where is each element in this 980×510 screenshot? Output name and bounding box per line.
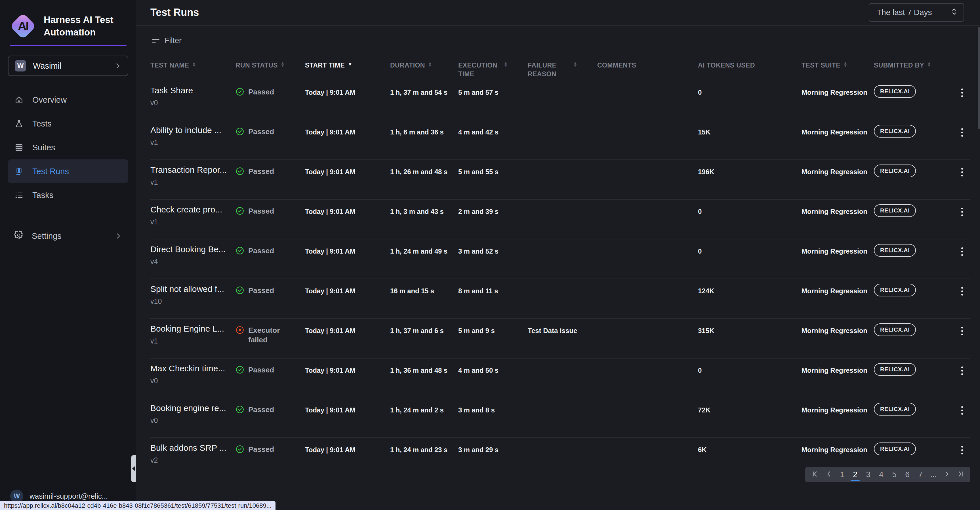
- last-page-icon: [957, 470, 964, 479]
- comments: [597, 120, 698, 128]
- test-suite: Morning Regression: [802, 438, 874, 454]
- run-status: Passed: [248, 127, 274, 137]
- column-header-comments: COMMENTS: [597, 61, 698, 70]
- table-row[interactable]: Direct Booking Be...v4PassedToday | 9:01…: [150, 239, 970, 279]
- test-name[interactable]: Direct Booking Be...: [150, 245, 231, 254]
- settings-label: Settings: [32, 232, 106, 241]
- column-header-test-name[interactable]: TEST NAME▲▼: [150, 61, 235, 70]
- workspace-name: Wasimil: [33, 61, 107, 71]
- first-page-button[interactable]: [809, 468, 821, 481]
- submitted-by-badge: RELICX.AI: [874, 323, 916, 336]
- date-range-value: The last 7 Days: [877, 8, 947, 17]
- ai-tokens-used: 0: [698, 239, 802, 255]
- column-header-execution-time[interactable]: EXECUTION TIME▲▼: [458, 61, 528, 79]
- table-row[interactable]: Max Checkin time...v0PassedToday | 9:01 …: [150, 359, 970, 398]
- user-account[interactable]: W wasimil-support@relic...: [10, 489, 128, 503]
- filter-button[interactable]: Filter: [136, 25, 980, 56]
- duration: 1 h, 3 m and 43 s: [390, 200, 458, 216]
- duration: 16 m and 15 s: [390, 279, 458, 295]
- test-name[interactable]: Booking Engine L...: [150, 324, 231, 334]
- row-actions-kebab-icon[interactable]: [958, 246, 966, 257]
- execution-time: 8 m and 11 s: [458, 279, 528, 295]
- run-status: Passed: [248, 207, 274, 216]
- page-3[interactable]: 3: [862, 468, 874, 481]
- sort-arrows-icon: ▲▼: [281, 62, 285, 67]
- status-passed-icon: [235, 127, 244, 137]
- sidebar-item-tests[interactable]: Tests: [8, 112, 128, 136]
- ai-tokens-used: 0: [698, 359, 802, 374]
- row-actions-kebab-icon[interactable]: [958, 445, 966, 456]
- test-name[interactable]: Max Checkin time...: [150, 364, 231, 373]
- start-time: Today | 9:01 AM: [305, 359, 390, 374]
- chevron-right-icon: [114, 62, 121, 70]
- row-actions-kebab-icon[interactable]: [958, 326, 966, 337]
- page-5[interactable]: 5: [889, 468, 900, 481]
- test-name[interactable]: Check create pro...: [150, 205, 231, 214]
- test-name[interactable]: Transaction Repor...: [150, 165, 231, 175]
- next-page-button[interactable]: [941, 468, 953, 481]
- sidebar-item-label: Suites: [32, 143, 55, 153]
- test-suite: Morning Regression: [802, 319, 874, 335]
- duration: 1 h, 36 m and 48 s: [390, 359, 458, 374]
- app-logo-text: AI: [10, 13, 36, 40]
- test-name[interactable]: Bulk addons SRP ...: [150, 443, 231, 453]
- sidebar-item-tasks[interactable]: Tasks: [8, 183, 128, 207]
- chevron-left-icon: [132, 466, 135, 471]
- failure-reason: [528, 81, 597, 89]
- prev-page-button[interactable]: [823, 468, 835, 481]
- workspace-selector[interactable]: W Wasimil: [8, 56, 128, 76]
- test-name[interactable]: Ability to include ...: [150, 126, 231, 135]
- vertical-scrollbar[interactable]: [978, 27, 980, 129]
- status-failed-icon: [235, 326, 244, 335]
- sidebar-item-test-runs[interactable]: Test Runs: [8, 159, 128, 183]
- column-header-test-suite[interactable]: TEST SUITE▲▼: [802, 61, 874, 70]
- status-passed-icon: [235, 365, 244, 375]
- sort-arrows-icon: ▲▼: [428, 62, 432, 67]
- column-header-run-status[interactable]: RUN STATUS▲▼: [235, 61, 305, 70]
- test-name[interactable]: Booking engine re...: [150, 404, 231, 413]
- sidebar-item-suites[interactable]: Suites: [8, 136, 128, 159]
- row-actions-kebab-icon[interactable]: [958, 207, 966, 217]
- link-preview-url: https://app.relicx.ai/b8c04a12-cd4b-416e…: [4, 502, 272, 510]
- submitted-by-badge: RELICX.AI: [874, 85, 916, 98]
- test-name[interactable]: Task Share: [150, 86, 231, 95]
- table-row[interactable]: Transaction Repor...v1PassedToday | 9:01…: [150, 160, 970, 200]
- page-1[interactable]: 1: [837, 468, 848, 481]
- table-row[interactable]: Ability to include ...v1PassedToday | 9:…: [150, 120, 970, 160]
- column-header-duration[interactable]: DURATION▲▼: [390, 61, 458, 70]
- row-actions-kebab-icon[interactable]: [958, 405, 966, 416]
- duration: 1 h, 37 m and 54 s: [390, 81, 458, 97]
- column-header-start-time[interactable]: START TIME▼: [305, 61, 390, 70]
- table-row[interactable]: Task Sharev0PassedToday | 9:01 AM1 h, 37…: [150, 81, 970, 120]
- start-time: Today | 9:01 AM: [305, 239, 390, 255]
- table-row[interactable]: Check create pro...v1PassedToday | 9:01 …: [150, 200, 970, 239]
- page-2[interactable]: 2: [850, 468, 861, 481]
- row-actions-kebab-icon[interactable]: [958, 365, 966, 376]
- row-actions-kebab-icon[interactable]: [958, 87, 966, 98]
- page-6[interactable]: 6: [902, 468, 913, 481]
- last-page-button[interactable]: [955, 468, 966, 481]
- row-actions-kebab-icon[interactable]: [958, 127, 966, 138]
- submitted-by-badge: RELICX.AI: [874, 244, 916, 257]
- column-header-submitted-by[interactable]: SUBMITTED BY▲▼: [874, 61, 945, 70]
- row-actions-kebab-icon[interactable]: [958, 286, 966, 297]
- page-7[interactable]: 7: [915, 468, 926, 481]
- table-header-row: TEST NAME▲▼RUN STATUS▲▼START TIME▼DURATI…: [150, 56, 970, 81]
- execution-time: 5 m and 55 s: [458, 160, 528, 176]
- test-name[interactable]: Split not allowed f...: [150, 284, 231, 294]
- row-actions-kebab-icon[interactable]: [958, 167, 966, 178]
- table-row[interactable]: Booking engine re...v0PassedToday | 9:01…: [150, 398, 970, 438]
- sidebar-item-overview[interactable]: Overview: [8, 88, 128, 112]
- table-row[interactable]: Split not allowed f...v10PassedToday | 9…: [150, 279, 970, 319]
- workspace-avatar: W: [15, 60, 26, 71]
- sidebar-nav: OverviewTestsSuitesTest RunsTasks: [0, 88, 136, 207]
- column-label: RUN STATUS: [235, 61, 278, 70]
- app-logo-icon: AI: [10, 13, 36, 40]
- grid-icon: [14, 143, 24, 152]
- sidebar-collapse-handle[interactable]: [131, 455, 136, 482]
- table-row[interactable]: Booking Engine L...v1Executor failedToda…: [150, 319, 970, 359]
- date-range-select[interactable]: The last 7 Days: [869, 3, 964, 22]
- sidebar-item-settings[interactable]: Settings: [0, 225, 136, 247]
- column-header-failure-reason[interactable]: FAILURE REASON▲▼: [528, 61, 597, 79]
- page-4[interactable]: 4: [876, 468, 887, 481]
